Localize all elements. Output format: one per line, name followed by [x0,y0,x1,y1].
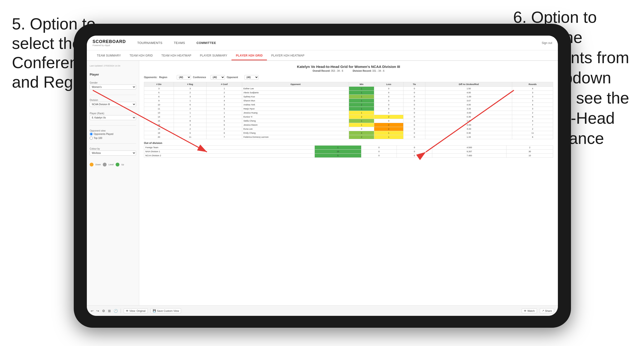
subnav-team-summary[interactable]: TEAM SUMMARY [92,51,125,60]
table-row: 5 2 2 Alexis Sudjianto 1 0 0 4.00 3 [144,91,553,95]
subnav-player-summary[interactable]: PLAYER SUMMARY [196,51,232,60]
region-filter-select[interactable]: (All) [177,75,191,80]
redo-icon[interactable]: ↪ [96,309,99,313]
cell-loss: 2 [374,115,403,119]
share-icon: ↗ [542,309,544,312]
logo-sub: Powered by clippd [92,44,126,46]
nav-tournaments[interactable]: TOURNAMENTS [135,40,164,46]
cell-diff: 0.30 [425,131,512,135]
ood-table-row: Foreign Team 1 0 0 4.500 2 [144,146,553,150]
cell-opponent: Sharon Mun [242,99,349,103]
opponent-filter-group: Opponent (All) [227,75,258,80]
cell-conf: 5 [206,107,242,111]
cell-tie: 0 [404,99,425,103]
tablet-screen: SCOREBOARD Powered by clippd TOURNAMENTS… [87,36,558,316]
ood-tie: 0 [396,146,432,150]
cell-opponent: Federica Domecq Lacroze [242,135,349,139]
ood-diff: 7.400 [432,154,506,158]
legend-up-dot [116,163,120,167]
ood-opponent: NAIA Division 1 [144,150,315,154]
crop-icon[interactable]: ⊞ [108,309,111,313]
cell-opponent: Alexis Sudjianto [242,91,349,95]
cell-reg: 2 [174,107,206,111]
cell-loss: 2 [374,123,403,127]
cell-diff: 1.25 [425,119,512,123]
share-btn[interactable]: ↗ Share [540,308,554,313]
cell-win: 2 [349,135,374,139]
ood-diff: 9.267 [432,150,506,154]
top-100-radio[interactable]: Top 100 [90,137,136,140]
legend-level-dot [103,163,106,167]
subnav-player-h2h-heatmap[interactable]: PLAYER H2H HEATMAP [267,51,309,60]
cell-div: 3 [144,87,174,91]
legend-level-label: Level [108,163,114,166]
cell-rounds: 3 [512,107,553,111]
player-rank-select[interactable]: 8. Katelyn Vo [90,115,136,120]
ood-tie: 0 [396,154,432,158]
opponents-played-radio[interactable]: Opponents Played [90,133,136,136]
cell-opponent: Eunice Yi [242,115,349,119]
table-header-row: # Div # Reg # Conf Opponent Win Loss Tie… [144,82,553,87]
cell-opponent: Heejo Hyun [242,107,349,111]
view-original-btn[interactable]: 👁 View: Original [124,309,148,313]
ood-win: 15 [315,150,361,154]
cell-diff: -1.00 [425,95,512,99]
ood-rounds: 2 [506,146,553,150]
cell-win: 2 [349,115,374,119]
save-custom-view-btn[interactable]: 💾 Save Custom View [150,308,181,313]
cell-conf: 3 [206,95,242,99]
cell-tie: 0 [404,135,425,139]
app-content: SCOREBOARD Powered by clippd TOURNAMENTS… [87,36,558,316]
division-select[interactable]: NCAA Division III [90,102,136,107]
watch-btn[interactable]: 👁 Watch [522,309,537,313]
opponent-filter-select[interactable]: (All) [244,75,258,80]
cell-loss: 2 [374,127,403,131]
cell-opponent: Euna Lee [242,127,349,131]
cell-conf: 4 [206,99,242,103]
nav-sign-out[interactable]: Sign out [542,41,552,45]
ood-loss: 0 [361,154,396,158]
watch-icon: 👁 [524,310,526,312]
clock-icon[interactable]: 🕐 [114,309,118,313]
conference-filter-select[interactable]: (All) [210,75,225,80]
nav-committee[interactable]: COMMITTEE [194,40,218,46]
table-row: 10 6 3 Andrea York 2 0 0 4.00 4 [144,103,553,107]
cell-div: 13 [144,111,174,115]
legend-down-dot [90,163,94,167]
cell-rounds: 3 [512,99,553,103]
cell-diff: 0.38 [425,115,512,119]
cell-reg: 3 [174,87,206,91]
cell-reg: 6 [174,131,206,135]
cell-diff: 4.00 [425,91,512,95]
settings-icon[interactable]: ⚙ [102,309,105,313]
cell-loss: 0 [374,111,403,115]
region-filter-group: Region (All) [159,75,191,80]
subnav-player-h2h-grid[interactable]: PLAYER H2H GRID [232,51,267,60]
last-updated: Last Updated: 27/03/2024 14:34 [90,65,136,67]
cell-tie: 0 [404,91,425,95]
gender-select[interactable]: Women's [90,85,136,90]
cell-loss: 0 [374,91,403,95]
colour-legend: Down Level Up [90,163,136,167]
cell-rounds: 2 [512,111,553,115]
ood-table-row: NCAA Division 2 5 0 0 7.400 10 [144,154,553,158]
colour-by-select[interactable]: Win/loss [90,151,136,156]
table-row: 6 3 3 Sydney Kuo 1 0 0 -1.00 3 [144,95,553,99]
cell-reg: 1 [174,99,206,103]
opponent-view-group: Opponents Played Top 100 [90,133,136,140]
table-row: 9 1 4 Sharon Mun 1 0 0 3.67 3 [144,99,553,103]
toolbar-sep-1 [120,309,121,313]
table-row: 20 11 7 Federica Domecq Lacroze 2 1 0 1.… [144,135,553,139]
undo-icon[interactable]: ↩ [91,309,94,313]
cell-opponent: Esther Lee [242,87,349,91]
cell-win: 1 [349,123,374,127]
ood-table-row: NAIA Division 1 15 0 0 9.267 30 [144,150,553,154]
cell-win: 1 [349,95,374,99]
th-diff: Diff Av Strokes/Rnd [425,82,512,87]
overall-record-label: Overall Record: 353 - 34 - 6 [312,70,343,72]
subnav-team-h2h-heatmap[interactable]: TEAM H2H HEATMAP [157,51,196,60]
subnav-team-h2h-grid[interactable]: TEAM H2H GRID [125,51,157,60]
cell-rounds: 11 [512,131,553,135]
nav-teams[interactable]: TEAMS [172,40,187,46]
cell-diff: -3.00 [425,111,512,115]
